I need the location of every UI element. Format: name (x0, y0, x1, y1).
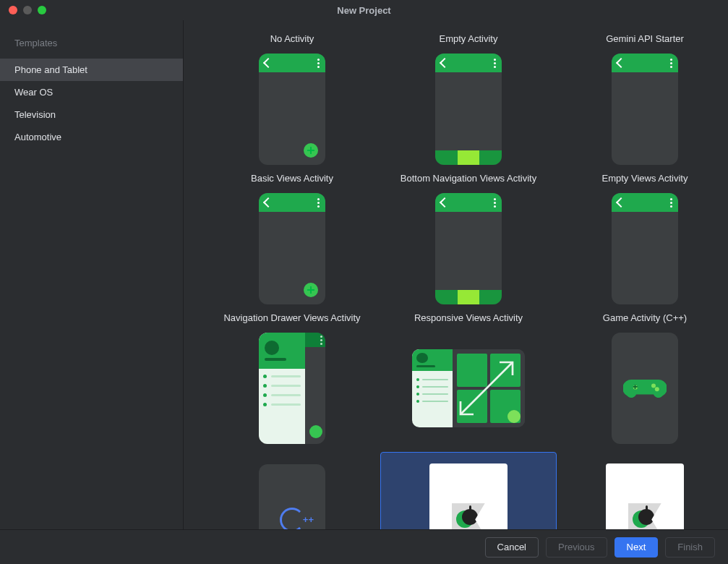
template-label: Bottom Navigation Views Activity (401, 173, 536, 184)
template-label: Empty Activity (440, 33, 498, 44)
kmp-icon (452, 503, 485, 530)
template-bottom-navigation-views-activity[interactable]: Bottom Navigation Views Activity (380, 173, 557, 305)
back-arrow-icon (440, 197, 450, 208)
template-label: Empty Views Activity (602, 173, 688, 184)
back-arrow-icon (616, 197, 626, 208)
overflow-menu-icon (317, 59, 320, 68)
sidebar-item-wear-os[interactable]: Wear OS (0, 81, 183, 103)
template-preview (557, 192, 728, 305)
back-arrow-icon (440, 58, 450, 68)
svg-point-4 (651, 383, 656, 388)
new-project-window: New Project Templates Phone and Tablet W… (0, 0, 728, 564)
template-label: Game Activity (C++) (603, 312, 687, 323)
template-gallery: No Activity Empty Activity (184, 20, 728, 529)
template-preview (606, 463, 684, 530)
back-arrow-icon (263, 197, 273, 208)
cancel-button[interactable]: Cancel (485, 537, 539, 557)
svg-point-5 (655, 387, 659, 391)
template-empty-views-activity[interactable]: Empty Views Activity (557, 173, 728, 305)
template-preview (380, 332, 557, 445)
template-preview (429, 463, 508, 530)
template-basic-views-activity[interactable]: Basic Views Activity (204, 173, 380, 305)
overflow-menu-icon (320, 336, 322, 345)
finish-button: Finish (665, 537, 715, 557)
overflow-menu-icon (317, 198, 320, 208)
template-label: Responsive Views Activity (414, 312, 523, 323)
overflow-menu-icon (670, 198, 672, 208)
template-preview (557, 332, 728, 445)
fab-plus-icon (508, 410, 521, 423)
back-arrow-icon (616, 58, 626, 68)
template-label: Navigation Drawer Views Activity (223, 312, 360, 323)
template-gemini-api-starter[interactable]: Gemini API Starter (557, 33, 728, 166)
fab-plus-icon (304, 143, 318, 158)
template-native-cpp[interactable]: Native C++ (204, 452, 380, 529)
overflow-menu-icon (494, 198, 496, 208)
template-preview (204, 192, 380, 305)
bottom-nav-icon (435, 150, 502, 165)
template-empty-activity[interactable]: Empty Activity (380, 33, 557, 166)
overflow-menu-icon (670, 59, 672, 68)
template-responsive-views-activity[interactable]: Responsive Views Activity (380, 312, 557, 445)
next-button[interactable]: Next (614, 537, 659, 557)
overflow-menu-icon (494, 59, 496, 68)
window-title: New Project (0, 5, 728, 16)
sidebar-item-phone-and-tablet[interactable]: Phone and Tablet (0, 59, 183, 81)
template-game-activity-cpp[interactable]: Game Activity (C++) (557, 312, 728, 445)
template-label: No Activity (270, 33, 314, 44)
titlebar: New Project (0, 0, 728, 20)
sidebar-heading: Templates (0, 33, 183, 59)
avatar-icon (416, 353, 428, 363)
template-preview (557, 53, 728, 166)
back-arrow-icon (263, 58, 273, 68)
template-no-activity[interactable]: No Activity (204, 33, 380, 166)
svg-rect-3 (635, 385, 636, 389)
template-preview (204, 53, 380, 166)
previous-button: Previous (546, 537, 607, 557)
template-preview (380, 192, 557, 305)
sidebar-item-television[interactable]: Television (0, 103, 183, 126)
template-navigation-drawer-views-activity[interactable]: Navigation Drawer Views Activity (204, 312, 380, 445)
sidebar-item-automotive[interactable]: Automotive (0, 126, 183, 148)
template-preview (259, 464, 325, 530)
template-label: Basic Views Activity (251, 173, 333, 184)
dialog-body: Templates Phone and Tablet Wear OS Telev… (0, 20, 728, 529)
bottom-nav-icon (435, 290, 502, 304)
cpp-icon (280, 508, 304, 530)
template-preview (380, 53, 557, 166)
kmp-icon (628, 503, 661, 530)
fab-plus-icon (309, 425, 322, 438)
templates-sidebar: Templates Phone and Tablet Wear OS Telev… (0, 20, 184, 529)
template-preview (204, 332, 380, 445)
dialog-footer: Cancel Previous Next Finish (0, 529, 728, 564)
gamepad-icon (623, 374, 667, 403)
template-kotlin-multiplatform-app[interactable]: Kotlin Multiplatform App (380, 452, 557, 529)
template-label: Gemini API Starter (606, 33, 684, 44)
template-kotlin-multiplatform-library[interactable]: Kotlin Multiplatform Library (557, 452, 728, 529)
avatar-icon (265, 341, 279, 355)
fab-plus-icon (304, 283, 318, 297)
